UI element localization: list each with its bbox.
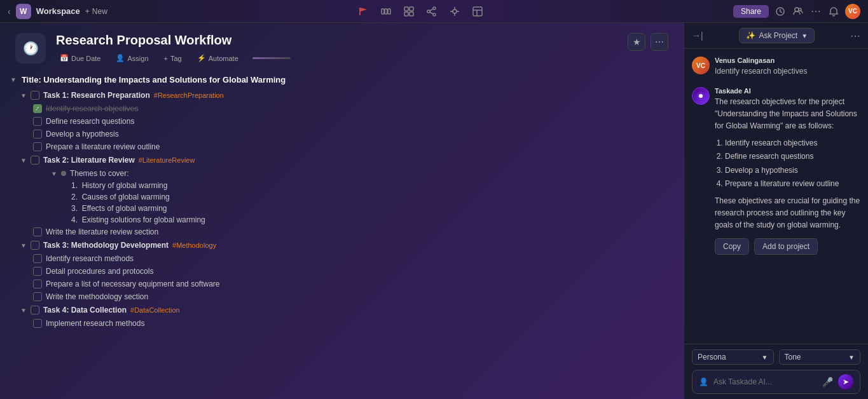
task-group-4: ▼ Task 4: Data Collection #DataCollectio…: [20, 303, 673, 330]
user-message: VC Venus Calingasan Identify research ob…: [692, 57, 860, 77]
add-to-project-button[interactable]: Add to project: [754, 238, 818, 255]
subtask-item[interactable]: Identify research objectives: [33, 102, 673, 115]
subtask-item[interactable]: Identify research methods: [33, 252, 673, 265]
task2-subtasks: ▼ Themes to cover: 1. History of global …: [33, 167, 673, 238]
subtask5-checkbox[interactable]: [33, 227, 42, 236]
task3-tag[interactable]: #Methodology: [172, 241, 216, 249]
subtask1-checkbox[interactable]: [33, 104, 42, 113]
subtask-item[interactable]: Write the methodology section: [33, 290, 673, 303]
list-item: Define research questions: [725, 150, 860, 164]
user-input-icon: 👤: [699, 377, 708, 386]
subtask3-checkbox[interactable]: [33, 130, 42, 139]
svg-line-12: [430, 9, 433, 11]
bullet-header[interactable]: ▼ Themes to cover:: [51, 167, 673, 180]
project-more-button[interactable]: ⋯: [651, 33, 668, 51]
subtask-item[interactable]: Define research questions: [33, 115, 673, 128]
tag-button[interactable]: + Tag: [160, 53, 186, 64]
ai-response-text: The research objectives for the project …: [715, 96, 860, 232]
persona-selector[interactable]: Persona ▼: [692, 349, 774, 365]
tag-icon: +: [164, 55, 168, 62]
layout-icon[interactable]: [471, 5, 484, 18]
ai-message: Taskade AI The research objectives for t…: [692, 87, 860, 255]
user-avatar[interactable]: VC: [845, 4, 860, 19]
subtask-item[interactable]: Prepare a literature review outline: [33, 140, 673, 153]
notifications-icon[interactable]: [827, 5, 840, 18]
task-4-header[interactable]: ▼ Task 4: Data Collection #DataCollectio…: [20, 303, 673, 317]
subtask-item[interactable]: Prepare a list of necessary equipment an…: [33, 278, 673, 290]
bullet-section-label: Themes to cover:: [70, 169, 129, 178]
subtask4-checkbox[interactable]: [33, 142, 42, 151]
nav-prev-icon[interactable]: ‹: [8, 6, 11, 17]
task1-checkbox[interactable]: [31, 91, 39, 100]
section-title[interactable]: ▼ Title: Understanding the Impacts and S…: [10, 71, 673, 88]
bottom-bar: Persona ▼ Tone ▼ 👤 🎤 ➤: [684, 344, 868, 399]
columns-icon[interactable]: [380, 5, 392, 18]
star-button[interactable]: ★: [628, 33, 645, 51]
svg-rect-7: [404, 12, 408, 16]
svg-rect-19: [473, 7, 482, 16]
list-item: Prepare a literature review outline: [725, 177, 860, 191]
subtask8-checkbox[interactable]: [33, 280, 42, 288]
members-icon[interactable]: [792, 5, 804, 18]
send-button[interactable]: ➤: [838, 374, 853, 389]
subtask6-checkbox[interactable]: [33, 254, 42, 263]
nav-left: ‹ W Workspace + New: [8, 4, 107, 19]
task-3-header[interactable]: ▼ Task 3: Methodology Development #Metho…: [20, 238, 673, 252]
task-1-header[interactable]: ▼ Task 1: Research Preparation #Research…: [20, 88, 673, 102]
panel-more-icon[interactable]: ⋯: [850, 30, 860, 42]
copy-button[interactable]: Copy: [715, 238, 749, 255]
assign-button[interactable]: 👤 Assign: [112, 53, 152, 64]
share-icon[interactable]: [425, 5, 438, 18]
right-panel-header: →| ✨ Ask Project ▼ ⋯: [684, 23, 868, 49]
top-navigation: ‹ W Workspace + New Share: [0, 0, 868, 23]
plus-icon: +: [85, 7, 90, 16]
network-icon[interactable]: [448, 5, 461, 18]
task1-tag[interactable]: #ResearchPreparation: [154, 91, 224, 99]
task3-subtasks: Identify research methods Detail procedu…: [33, 252, 673, 303]
flag-icon[interactable]: [357, 5, 369, 18]
project-toolbar: 📅 Due Date 👤 Assign + Tag ⚡ Automate: [56, 53, 617, 64]
task-group-3: ▼ Task 3: Methodology Development #Metho…: [20, 238, 673, 303]
subtask-item[interactable]: Write the literature review section: [33, 226, 673, 238]
list-item: 3. Effects of global warming: [71, 203, 673, 214]
more-nav-icon[interactable]: ⋯: [809, 5, 822, 18]
grid-icon[interactable]: [403, 5, 415, 18]
ask-input-row: 👤 🎤 ➤: [692, 370, 860, 394]
due-date-button[interactable]: 📅 Due Date: [56, 53, 104, 64]
subtask-item[interactable]: Detail procedures and protocols: [33, 265, 673, 278]
task2-tag[interactable]: #LiteratureReview: [139, 156, 195, 164]
subtask4-label: Prepare a literature review outline: [46, 142, 160, 151]
tone-selector[interactable]: Tone ▼: [779, 349, 861, 365]
subtask7-checkbox[interactable]: [33, 267, 42, 276]
task3-checkbox[interactable]: [31, 241, 39, 250]
ask-input[interactable]: [713, 377, 817, 386]
subtask-item[interactable]: Implement research methods: [33, 317, 673, 330]
task2-checkbox[interactable]: [31, 156, 39, 165]
project-title-area: Research Proposal Workflow 📅 Due Date 👤 …: [56, 33, 617, 64]
new-button[interactable]: + New: [85, 7, 107, 16]
share-button[interactable]: Share: [733, 5, 769, 18]
conversation-area: VC Venus Calingasan Identify research ob…: [684, 49, 868, 344]
svg-point-26: [699, 94, 703, 98]
mic-icon[interactable]: 🎤: [822, 377, 833, 387]
ai-avatar: [692, 87, 710, 105]
task3-label: Task 3: Methodology Development: [43, 241, 169, 250]
task-group-1: ▼ Task 1: Research Preparation #Research…: [20, 88, 673, 153]
svg-rect-8: [410, 12, 413, 16]
user-message-avatar: VC: [692, 57, 710, 74]
task3-chevron-icon: ▼: [20, 242, 27, 249]
subtask2-checkbox[interactable]: [33, 117, 42, 126]
activity-icon[interactable]: [774, 5, 787, 18]
subtask9-checkbox[interactable]: [33, 292, 42, 301]
user-message-text: Identify research objectives: [715, 65, 860, 77]
subtask-item[interactable]: Develop a hypothesis: [33, 128, 673, 140]
ask-project-button[interactable]: ✨ Ask Project ▼: [739, 28, 815, 43]
task1-chevron-icon: ▼: [20, 92, 27, 99]
subtask10-checkbox[interactable]: [33, 319, 42, 328]
subtask10-label: Implement research methods: [46, 319, 144, 328]
task4-tag[interactable]: #DataCollection: [130, 306, 180, 314]
task4-checkbox[interactable]: [31, 306, 39, 314]
automate-button[interactable]: ⚡ Automate: [193, 53, 242, 64]
task-2-header[interactable]: ▼ Task 2: Literature Review #LiteratureR…: [20, 153, 673, 167]
collapse-panel-icon[interactable]: →|: [692, 30, 703, 41]
